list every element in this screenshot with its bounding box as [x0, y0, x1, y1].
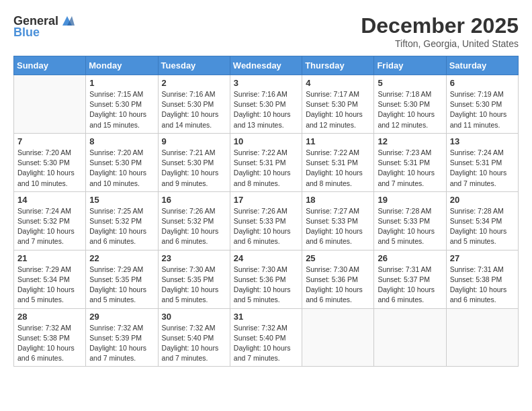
day-number: 13	[450, 136, 515, 146]
day-info: Sunrise: 7:23 AMSunset: 5:31 PMDaylight:…	[378, 148, 442, 189]
day-number: 24	[234, 253, 298, 263]
day-info: Sunrise: 7:30 AMSunset: 5:35 PMDaylight:…	[162, 265, 226, 306]
week-row-3: 14Sunrise: 7:24 AMSunset: 5:32 PMDayligh…	[14, 191, 519, 250]
day-info: Sunrise: 7:26 AMSunset: 5:32 PMDaylight:…	[162, 206, 226, 247]
calendar-cell: 19Sunrise: 7:28 AMSunset: 5:33 PMDayligh…	[374, 191, 446, 250]
day-info: Sunrise: 7:16 AMSunset: 5:30 PMDaylight:…	[162, 89, 226, 130]
logo-icon	[60, 13, 75, 28]
calendar-cell	[374, 308, 446, 367]
day-info: Sunrise: 7:31 AMSunset: 5:38 PMDaylight:…	[450, 265, 515, 306]
day-info: Sunrise: 7:22 AMSunset: 5:31 PMDaylight:…	[306, 148, 370, 189]
day-info: Sunrise: 7:30 AMSunset: 5:36 PMDaylight:…	[234, 265, 298, 306]
day-info: Sunrise: 7:19 AMSunset: 5:30 PMDaylight:…	[450, 89, 515, 130]
weekday-header-thursday: Thursday	[302, 56, 374, 75]
calendar-cell: 28Sunrise: 7:32 AMSunset: 5:38 PMDayligh…	[14, 308, 86, 367]
weekday-header-wednesday: Wednesday	[230, 56, 302, 75]
calendar-cell: 24Sunrise: 7:30 AMSunset: 5:36 PMDayligh…	[230, 250, 302, 308]
day-number: 21	[17, 253, 82, 263]
week-row-1: 1Sunrise: 7:15 AMSunset: 5:30 PMDaylight…	[14, 75, 519, 134]
day-number: 29	[89, 312, 154, 322]
weekday-header-row: SundayMondayTuesdayWednesdayThursdayFrid…	[14, 56, 519, 75]
day-info: Sunrise: 7:22 AMSunset: 5:31 PMDaylight:…	[234, 148, 298, 189]
day-info: Sunrise: 7:28 AMSunset: 5:34 PMDaylight:…	[450, 206, 515, 247]
calendar-cell: 10Sunrise: 7:22 AMSunset: 5:31 PMDayligh…	[230, 133, 302, 191]
logo: General Blue	[13, 13, 75, 40]
day-number: 19	[378, 195, 442, 205]
day-number: 28	[17, 312, 82, 322]
day-number: 3	[234, 78, 298, 88]
calendar-cell: 11Sunrise: 7:22 AMSunset: 5:31 PMDayligh…	[302, 133, 374, 191]
day-info: Sunrise: 7:17 AMSunset: 5:30 PMDaylight:…	[306, 89, 370, 130]
day-number: 1	[89, 78, 154, 88]
day-info: Sunrise: 7:20 AMSunset: 5:30 PMDaylight:…	[17, 148, 82, 189]
calendar-cell: 2Sunrise: 7:16 AMSunset: 5:30 PMDaylight…	[158, 75, 230, 134]
calendar-cell: 27Sunrise: 7:31 AMSunset: 5:38 PMDayligh…	[446, 250, 518, 308]
calendar-cell: 7Sunrise: 7:20 AMSunset: 5:30 PMDaylight…	[14, 133, 86, 191]
day-number: 20	[450, 195, 515, 205]
day-number: 9	[162, 136, 226, 146]
calendar-cell: 29Sunrise: 7:32 AMSunset: 5:39 PMDayligh…	[86, 308, 158, 367]
weekday-header-sunday: Sunday	[14, 56, 86, 75]
day-info: Sunrise: 7:26 AMSunset: 5:33 PMDaylight:…	[234, 206, 298, 247]
day-info: Sunrise: 7:30 AMSunset: 5:36 PMDaylight:…	[306, 265, 370, 306]
week-row-2: 7Sunrise: 7:20 AMSunset: 5:30 PMDaylight…	[14, 133, 519, 191]
day-info: Sunrise: 7:31 AMSunset: 5:37 PMDaylight:…	[378, 265, 442, 306]
calendar-cell: 8Sunrise: 7:20 AMSunset: 5:30 PMDaylight…	[86, 133, 158, 191]
day-info: Sunrise: 7:25 AMSunset: 5:32 PMDaylight:…	[89, 206, 154, 247]
calendar-cell: 18Sunrise: 7:27 AMSunset: 5:33 PMDayligh…	[302, 191, 374, 250]
day-info: Sunrise: 7:32 AMSunset: 5:40 PMDaylight:…	[234, 323, 298, 364]
day-info: Sunrise: 7:27 AMSunset: 5:33 PMDaylight:…	[306, 206, 370, 247]
location: Tifton, Georgia, United States	[361, 38, 519, 49]
calendar-cell	[446, 308, 518, 367]
calendar-cell: 15Sunrise: 7:25 AMSunset: 5:32 PMDayligh…	[86, 191, 158, 250]
day-number: 8	[89, 136, 154, 146]
day-number: 11	[306, 136, 370, 146]
day-number: 6	[450, 78, 515, 88]
day-info: Sunrise: 7:32 AMSunset: 5:39 PMDaylight:…	[89, 323, 154, 364]
calendar-cell	[302, 308, 374, 367]
day-number: 5	[378, 78, 442, 88]
calendar-cell: 9Sunrise: 7:21 AMSunset: 5:30 PMDaylight…	[158, 133, 230, 191]
day-number: 14	[17, 195, 82, 205]
weekday-header-friday: Friday	[374, 56, 446, 75]
page-header: General Blue December 2025 Tifton, Georg…	[13, 13, 519, 49]
day-number: 25	[306, 253, 370, 263]
month-title: December 2025	[361, 13, 519, 38]
calendar-cell: 21Sunrise: 7:29 AMSunset: 5:34 PMDayligh…	[14, 250, 86, 308]
calendar-cell: 4Sunrise: 7:17 AMSunset: 5:30 PMDaylight…	[302, 75, 374, 134]
day-number: 12	[378, 136, 442, 146]
day-number: 30	[162, 312, 226, 322]
calendar-cell: 22Sunrise: 7:29 AMSunset: 5:35 PMDayligh…	[86, 250, 158, 308]
day-number: 15	[89, 195, 154, 205]
day-info: Sunrise: 7:24 AMSunset: 5:32 PMDaylight:…	[17, 206, 82, 247]
calendar-cell: 5Sunrise: 7:18 AMSunset: 5:30 PMDaylight…	[374, 75, 446, 134]
calendar-cell: 3Sunrise: 7:16 AMSunset: 5:30 PMDaylight…	[230, 75, 302, 134]
calendar-cell: 6Sunrise: 7:19 AMSunset: 5:30 PMDaylight…	[446, 75, 518, 134]
calendar-cell: 31Sunrise: 7:32 AMSunset: 5:40 PMDayligh…	[230, 308, 302, 367]
day-number: 18	[306, 195, 370, 205]
weekday-header-tuesday: Tuesday	[158, 56, 230, 75]
calendar-cell: 25Sunrise: 7:30 AMSunset: 5:36 PMDayligh…	[302, 250, 374, 308]
day-info: Sunrise: 7:24 AMSunset: 5:31 PMDaylight:…	[450, 148, 515, 189]
calendar-cell: 12Sunrise: 7:23 AMSunset: 5:31 PMDayligh…	[374, 133, 446, 191]
day-info: Sunrise: 7:29 AMSunset: 5:35 PMDaylight:…	[89, 265, 154, 306]
calendar-cell: 26Sunrise: 7:31 AMSunset: 5:37 PMDayligh…	[374, 250, 446, 308]
calendar-cell: 30Sunrise: 7:32 AMSunset: 5:40 PMDayligh…	[158, 308, 230, 367]
day-number: 17	[234, 195, 298, 205]
calendar-cell: 13Sunrise: 7:24 AMSunset: 5:31 PMDayligh…	[446, 133, 518, 191]
day-info: Sunrise: 7:32 AMSunset: 5:38 PMDaylight:…	[17, 323, 82, 364]
calendar-cell: 1Sunrise: 7:15 AMSunset: 5:30 PMDaylight…	[86, 75, 158, 134]
day-number: 27	[450, 253, 515, 263]
calendar-cell: 16Sunrise: 7:26 AMSunset: 5:32 PMDayligh…	[158, 191, 230, 250]
day-info: Sunrise: 7:16 AMSunset: 5:30 PMDaylight:…	[234, 89, 298, 130]
day-info: Sunrise: 7:28 AMSunset: 5:33 PMDaylight:…	[378, 206, 442, 247]
week-row-4: 21Sunrise: 7:29 AMSunset: 5:34 PMDayligh…	[14, 250, 519, 308]
day-number: 22	[89, 253, 154, 263]
calendar-cell: 17Sunrise: 7:26 AMSunset: 5:33 PMDayligh…	[230, 191, 302, 250]
day-number: 31	[234, 312, 298, 322]
day-number: 4	[306, 78, 370, 88]
calendar-cell: 14Sunrise: 7:24 AMSunset: 5:32 PMDayligh…	[14, 191, 86, 250]
day-number: 10	[234, 136, 298, 146]
title-block: December 2025 Tifton, Georgia, United St…	[361, 13, 519, 49]
day-info: Sunrise: 7:21 AMSunset: 5:30 PMDaylight:…	[162, 148, 226, 189]
